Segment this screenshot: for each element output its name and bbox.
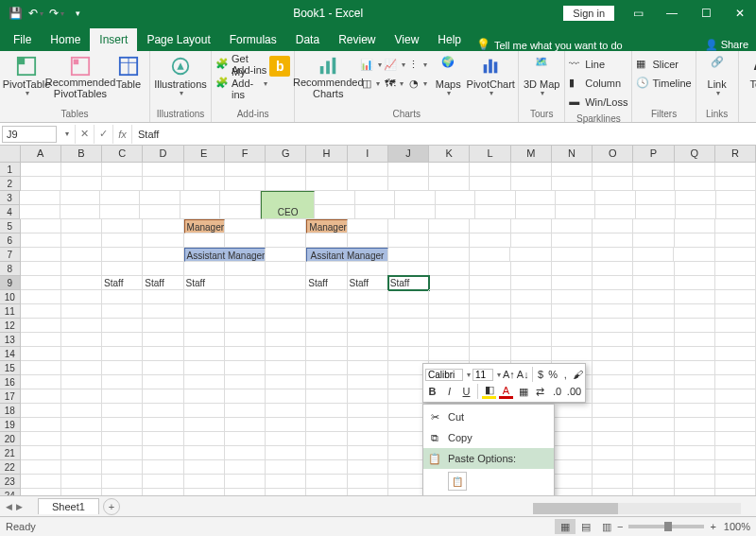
cell[interactable] xyxy=(143,319,183,333)
cell[interactable] xyxy=(21,432,61,446)
cell[interactable] xyxy=(220,205,260,219)
cell[interactable] xyxy=(593,347,633,361)
cell[interactable] xyxy=(470,233,510,248)
zoom-out-icon[interactable]: − xyxy=(617,521,623,532)
cell[interactable] xyxy=(470,177,510,191)
cell[interactable] xyxy=(102,361,143,375)
cell[interactable] xyxy=(593,276,633,290)
view-pagelayout-icon[interactable]: ▤ xyxy=(576,519,596,534)
cell[interactable] xyxy=(593,389,633,404)
cell[interactable] xyxy=(552,446,593,460)
col-header-K[interactable]: K xyxy=(429,146,470,163)
tab-insert[interactable]: Insert xyxy=(90,28,137,51)
cell[interactable] xyxy=(61,319,102,333)
cell[interactable] xyxy=(225,262,266,276)
cell[interactable] xyxy=(593,233,633,248)
cell[interactable] xyxy=(21,347,61,361)
cell[interactable] xyxy=(348,446,388,460)
add-sheet-button[interactable]: + xyxy=(103,498,120,515)
cell[interactable] xyxy=(61,333,102,347)
cell[interactable] xyxy=(184,404,225,418)
cell[interactable] xyxy=(21,219,61,233)
cell[interactable] xyxy=(61,219,102,233)
cell[interactable] xyxy=(184,375,225,389)
cell[interactable] xyxy=(552,262,593,276)
cell[interactable] xyxy=(593,446,633,460)
cell[interactable] xyxy=(595,205,635,219)
cell[interactable] xyxy=(143,163,183,177)
cell[interactable] xyxy=(633,361,674,375)
recommended-charts-button[interactable]: Recommended Charts xyxy=(299,53,357,99)
cell[interactable] xyxy=(633,177,674,191)
cell[interactable] xyxy=(470,262,510,276)
cell[interactable] xyxy=(225,163,266,177)
cell[interactable] xyxy=(21,361,61,375)
ctx-copy[interactable]: ⧉Copy xyxy=(423,427,554,448)
cell[interactable] xyxy=(675,290,715,304)
cell[interactable] xyxy=(102,163,143,177)
cell[interactable] xyxy=(21,475,61,489)
zoom-in-icon[interactable]: + xyxy=(710,521,715,532)
cell[interactable] xyxy=(225,361,266,375)
cell[interactable]: Staff xyxy=(348,276,388,290)
row-header[interactable]: 8 xyxy=(0,262,21,276)
cell[interactable] xyxy=(675,262,715,276)
cell[interactable] xyxy=(102,475,143,489)
cell[interactable] xyxy=(21,446,61,460)
col-header-M[interactable]: M xyxy=(511,146,552,163)
cell[interactable] xyxy=(715,304,756,319)
cell[interactable] xyxy=(633,276,674,290)
cell[interactable] xyxy=(225,319,266,333)
cell[interactable] xyxy=(348,432,388,446)
cell[interactable] xyxy=(715,333,756,347)
zoom-level[interactable]: 100% xyxy=(724,521,750,532)
cell[interactable] xyxy=(60,205,100,219)
tab-data[interactable]: Data xyxy=(286,28,329,51)
cell[interactable] xyxy=(184,432,225,446)
chart-scatter-icon[interactable]: ⋮▾ xyxy=(406,55,429,74)
cell[interactable] xyxy=(21,163,61,177)
row-header[interactable]: 7 xyxy=(0,248,21,262)
cell[interactable] xyxy=(348,361,388,375)
row-header[interactable]: 23 xyxy=(0,475,21,489)
cell[interactable] xyxy=(429,233,470,248)
cell[interactable] xyxy=(633,446,674,460)
cell[interactable] xyxy=(348,418,388,432)
cell[interactable] xyxy=(266,319,306,333)
sparkline-column-button[interactable]: ▮Column xyxy=(569,74,627,93)
row-header[interactable]: 12 xyxy=(0,319,21,333)
cell[interactable] xyxy=(266,475,306,489)
cell[interactable] xyxy=(61,432,102,446)
cell[interactable] xyxy=(511,347,552,361)
cell[interactable] xyxy=(675,333,715,347)
cell[interactable] xyxy=(715,361,756,375)
cell[interactable] xyxy=(436,191,475,205)
col-header-J[interactable]: J xyxy=(388,146,429,163)
cell[interactable] xyxy=(395,191,435,205)
cell[interactable] xyxy=(348,262,388,276)
cell[interactable] xyxy=(633,163,674,177)
row-header[interactable]: 6 xyxy=(0,233,21,248)
cell[interactable] xyxy=(675,375,715,389)
cell[interactable] xyxy=(716,191,756,205)
cell[interactable] xyxy=(102,404,143,418)
cell[interactable] xyxy=(306,475,347,489)
cell[interactable] xyxy=(143,333,183,347)
sparkline-winloss-button[interactable]: ▬Win/Loss xyxy=(569,93,627,112)
cell[interactable] xyxy=(61,177,102,191)
sheet-prev-icon[interactable]: ◀ xyxy=(6,502,12,511)
tab-home[interactable]: Home xyxy=(41,28,90,51)
cell[interactable] xyxy=(102,219,143,233)
cell[interactable] xyxy=(676,205,715,219)
cell[interactable] xyxy=(143,375,183,389)
cell[interactable] xyxy=(715,375,756,389)
cell[interactable] xyxy=(306,375,347,389)
cell[interactable] xyxy=(306,460,347,475)
cell[interactable]: CEO xyxy=(261,205,316,219)
increase-font-icon[interactable]: A↑ xyxy=(503,368,515,382)
cell[interactable] xyxy=(429,347,470,361)
cell[interactable] xyxy=(470,333,510,347)
cell[interactable] xyxy=(21,319,61,333)
cell[interactable] xyxy=(675,389,715,404)
view-normal-icon[interactable]: ▦ xyxy=(555,519,576,534)
